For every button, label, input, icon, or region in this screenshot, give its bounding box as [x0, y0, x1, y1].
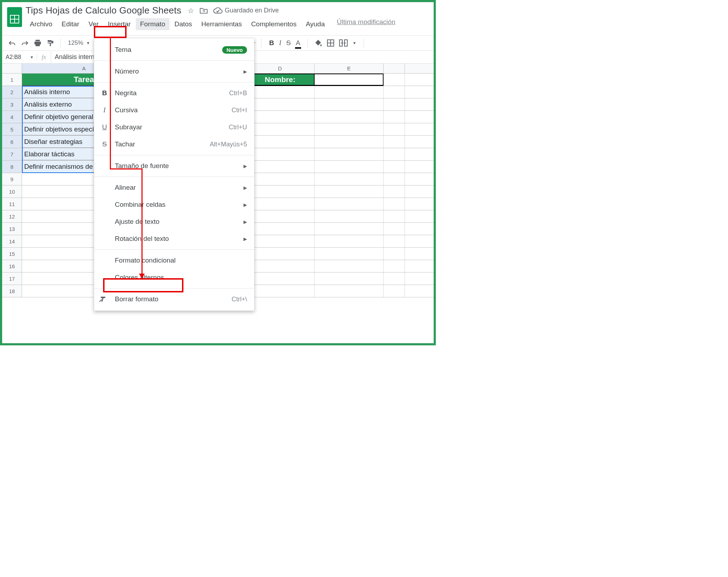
cell[interactable] [246, 86, 315, 98]
row-header[interactable]: 16 [2, 260, 22, 272]
menu-item-rotation[interactable]: Rotación del texto ▶ [94, 230, 254, 247]
cell[interactable] [315, 123, 384, 135]
cell[interactable] [384, 235, 405, 247]
merge-cells-button[interactable] [339, 39, 348, 47]
italic-button[interactable]: I [279, 39, 281, 47]
cell[interactable] [315, 86, 384, 98]
cell[interactable] [246, 248, 315, 260]
row-header[interactable]: 10 [2, 185, 22, 198]
row-header[interactable]: 8 [2, 161, 22, 173]
fill-color-button[interactable] [315, 39, 322, 47]
menu-item-underline[interactable]: U Subrayar Ctrl+U [94, 119, 254, 136]
cell[interactable] [246, 235, 315, 247]
cell[interactable] [246, 198, 315, 210]
cell[interactable] [246, 123, 315, 135]
cell[interactable] [315, 136, 384, 148]
cell[interactable] [384, 285, 405, 297]
menu-editar[interactable]: Editar [57, 18, 84, 30]
cell[interactable] [246, 273, 315, 285]
menu-item-clear-format[interactable]: Borrar formato Ctrl+\ [94, 291, 254, 308]
cell[interactable] [246, 98, 315, 110]
menu-complementos[interactable]: Complementos [247, 18, 301, 30]
menu-item-conditional-format[interactable]: Formato condicional [94, 252, 254, 269]
cell[interactable] [384, 136, 405, 148]
row-header[interactable]: 1 [2, 74, 22, 86]
cell[interactable] [315, 260, 384, 272]
cell[interactable] [246, 210, 315, 222]
undo-button[interactable] [7, 38, 17, 48]
menu-item-font-size[interactable]: Tamaño de fuente ▶ [94, 157, 254, 174]
cell[interactable] [246, 285, 315, 297]
cell[interactable] [246, 223, 315, 235]
name-box[interactable]: A2:B8 ▼ [2, 54, 37, 60]
row-header[interactable]: 6 [2, 136, 22, 148]
cell[interactable] [315, 235, 384, 247]
text-color-button[interactable]: A [296, 39, 300, 47]
menu-formato[interactable]: Formato [136, 18, 170, 30]
move-to-folder-icon[interactable] [200, 7, 208, 14]
cell[interactable] [315, 173, 384, 185]
row-header[interactable]: 3 [2, 98, 22, 110]
cell[interactable] [384, 248, 405, 260]
menu-archivo[interactable]: Archivo [26, 18, 57, 30]
sheets-app-icon[interactable] [7, 7, 22, 27]
menu-item-align[interactable]: Alinear ▶ [94, 179, 254, 196]
cell[interactable] [384, 260, 405, 272]
row-header[interactable]: 12 [2, 210, 22, 222]
cell[interactable] [384, 210, 405, 222]
cell[interactable] [315, 198, 384, 210]
cell[interactable] [315, 185, 384, 198]
cell[interactable] [315, 210, 384, 222]
cell[interactable] [315, 223, 384, 235]
menu-item-alternating-colors[interactable]: Colores alternos [94, 269, 254, 286]
row-header[interactable]: 11 [2, 198, 22, 210]
row-header[interactable]: 17 [2, 273, 22, 285]
redo-button[interactable] [20, 38, 30, 48]
cell[interactable] [384, 161, 405, 173]
cell[interactable] [384, 123, 405, 135]
cell[interactable] [384, 86, 405, 98]
cell[interactable] [384, 111, 405, 123]
menu-herramientas[interactable]: Herramientas [197, 18, 246, 30]
row-header[interactable]: 9 [2, 173, 22, 185]
cell[interactable] [246, 136, 315, 148]
menu-datos[interactable]: Datos [170, 18, 197, 30]
menu-item-merge[interactable]: Combinar celdas ▶ [94, 196, 254, 213]
cell[interactable] [384, 148, 405, 160]
cell[interactable] [315, 273, 384, 285]
select-all-corner[interactable] [2, 64, 22, 73]
last-modification-link[interactable]: Última modificación [337, 18, 396, 30]
cell[interactable] [315, 161, 384, 173]
row-header[interactable]: 15 [2, 248, 22, 260]
cell[interactable] [246, 148, 315, 160]
menu-insertar[interactable]: Insertar [104, 18, 135, 30]
cell[interactable] [246, 173, 315, 185]
cell[interactable]: Nombre: [246, 74, 315, 86]
paint-format-button[interactable] [46, 38, 55, 48]
menu-item-strike[interactable]: S Tachar Alt+Mayús+5 [94, 136, 254, 153]
zoom-selector[interactable]: 125% ▼ [66, 39, 92, 47]
column-header[interactable]: D [246, 64, 315, 73]
cell[interactable] [315, 111, 384, 123]
bold-button[interactable]: B [269, 39, 274, 47]
cell[interactable] [246, 111, 315, 123]
menu-item-wrap[interactable]: Ajuste de texto ▶ [94, 213, 254, 230]
cell[interactable] [384, 273, 405, 285]
print-button[interactable] [33, 38, 43, 48]
strikethrough-button[interactable]: S [286, 39, 291, 47]
cell[interactable] [384, 173, 405, 185]
cell[interactable] [384, 98, 405, 110]
cell[interactable] [315, 248, 384, 260]
cell[interactable] [384, 223, 405, 235]
cell[interactable] [315, 98, 384, 110]
column-header[interactable] [384, 64, 405, 73]
row-header[interactable]: 5 [2, 123, 22, 135]
row-header[interactable]: 18 [2, 285, 22, 297]
cell[interactable] [315, 285, 384, 297]
column-header[interactable]: E [315, 64, 384, 73]
cell[interactable] [315, 148, 384, 160]
document-title[interactable]: Tips Hojas de Calculo Google Sheets [26, 5, 181, 16]
menu-ver[interactable]: Ver [84, 18, 103, 30]
cell[interactable] [315, 74, 384, 86]
menu-ayuda[interactable]: Ayuda [301, 18, 329, 30]
